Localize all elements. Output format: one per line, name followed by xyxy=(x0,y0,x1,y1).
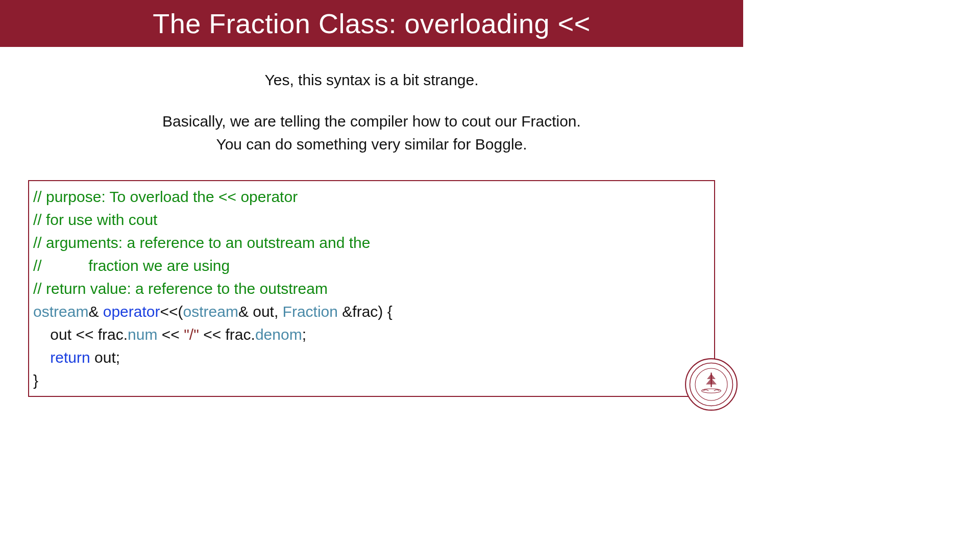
code-comment-5: // return value: a reference to the outs… xyxy=(33,280,328,297)
code-indent-2 xyxy=(33,349,50,366)
intro-text: Yes, this syntax is a bit strange. Basic… xyxy=(0,47,743,171)
code-out-1: out << frac. xyxy=(50,326,128,343)
code-mid-1: << xyxy=(157,326,184,343)
code-type-fraction: Fraction xyxy=(283,303,338,320)
code-comment-1: // purpose: To overload the << operator xyxy=(33,188,298,205)
code-keyword-return: return xyxy=(50,349,90,366)
code-return-tail: out; xyxy=(90,349,120,366)
code-close-brace: } xyxy=(33,372,38,389)
code-comment-3: // arguments: a reference to an outstrea… xyxy=(33,234,370,251)
code-mid-2: << frac. xyxy=(199,326,255,343)
code-amp1: & xyxy=(88,303,103,320)
stanford-seal-icon xyxy=(684,358,738,411)
code-semi-1: ; xyxy=(302,326,306,343)
intro-line-2b: You can do something very similar for Bo… xyxy=(216,136,527,153)
slide-title: The Fraction Class: overloading << xyxy=(153,8,590,39)
slide-header: The Fraction Class: overloading << xyxy=(0,0,743,47)
code-keyword-operator: operator xyxy=(103,303,160,320)
code-string-slash: "/" xyxy=(184,326,199,343)
code-sig-end: &frac) { xyxy=(338,303,393,320)
code-amp2: & out, xyxy=(238,303,283,320)
code-type-ostream2: ostream xyxy=(183,303,238,320)
code-comment-4: // fraction we are using xyxy=(33,257,230,274)
code-type-ostream: ostream xyxy=(33,303,88,320)
code-comment-2: // for use with cout xyxy=(33,211,157,228)
code-indent-1 xyxy=(33,326,50,343)
intro-line-2a: Basically, we are telling the compiler h… xyxy=(162,113,581,130)
code-sig-1: <<( xyxy=(160,303,183,320)
code-member-num: num xyxy=(128,326,157,343)
intro-line-1: Yes, this syntax is a bit strange. xyxy=(41,68,702,91)
intro-line-2: Basically, we are telling the compiler h… xyxy=(41,110,702,156)
code-block: // purpose: To overload the << operator … xyxy=(28,180,715,397)
code-member-denom: denom xyxy=(255,326,302,343)
